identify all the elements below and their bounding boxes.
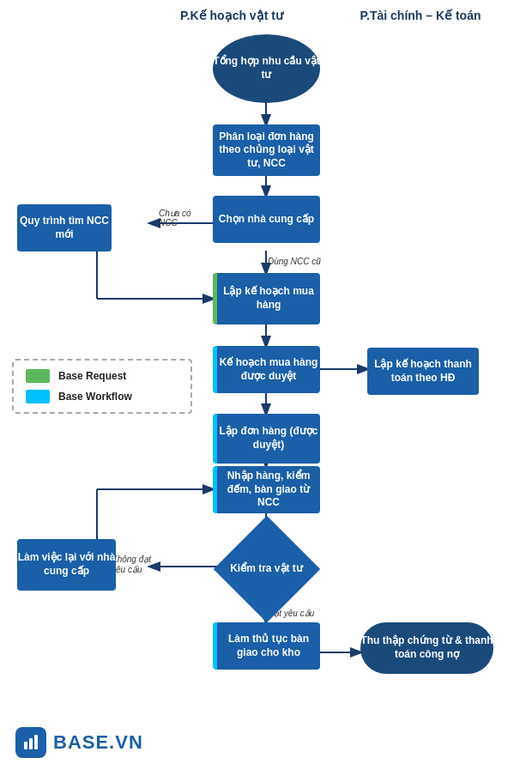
- svg-text:Dùng NCC cũ: Dùng NCC cũ: [268, 257, 321, 266]
- col-header-left: P.Kế hoạch vật tư: [163, 9, 300, 22]
- legend-color-green: [26, 369, 50, 383]
- brand-text: BASE.VN: [53, 731, 143, 754]
- node-side3: Làm việc lại với nhà cung cấp: [17, 539, 116, 591]
- node-n6: Lập đơn hàng (được duyệt): [213, 414, 320, 464]
- node-n1: Tổng hợp nhu cầu vật tư: [213, 34, 320, 103]
- node-n5: Kế hoạch mua hàng được duyệt: [213, 346, 320, 393]
- legend-item-1: Base Request: [26, 369, 178, 383]
- footer: BASE.VN: [15, 727, 143, 758]
- node-n3: Chọn nhà cung cấp: [213, 196, 320, 243]
- node-n7: Nhập hàng, kiểm đếm, bàn giao từ NCC: [213, 466, 320, 513]
- svg-text:Không đạt: Không đạt: [112, 555, 152, 564]
- node-side1: Quy trình tìm NCC mới: [17, 204, 112, 252]
- legend-box: Base Request Base Workflow: [12, 359, 192, 414]
- svg-text:Chưa có: Chưa có: [159, 209, 191, 218]
- svg-rect-23: [29, 738, 33, 749]
- node-n4: Lập kế hoạch mua hàng: [213, 273, 320, 324]
- svg-rect-22: [24, 742, 27, 749]
- svg-rect-24: [34, 735, 38, 749]
- node-side4: Thu thập chứng từ & thanh toán công nợ: [360, 622, 493, 674]
- legend-color-cyan: [26, 390, 50, 403]
- node-side2: Lập kế hoạch thanh toán theo HĐ: [367, 348, 479, 395]
- legend-item-2: Base Workflow: [26, 390, 178, 403]
- node-n9: Làm thủ tục bàn giao cho kho: [213, 622, 320, 670]
- diagram-container: Chưa có NCC Dùng NCC cũ Không đạt yêu cầ…: [0, 0, 532, 770]
- node-n2: Phân loại đơn hàng theo chủng loại vật t…: [213, 124, 320, 176]
- svg-text:NCC: NCC: [159, 218, 178, 227]
- base-logo-icon: [15, 727, 46, 758]
- col-header-right: P.Tài chính – Kế toán: [343, 9, 498, 22]
- node-diamond: Kiểm tra vật tư: [213, 531, 320, 608]
